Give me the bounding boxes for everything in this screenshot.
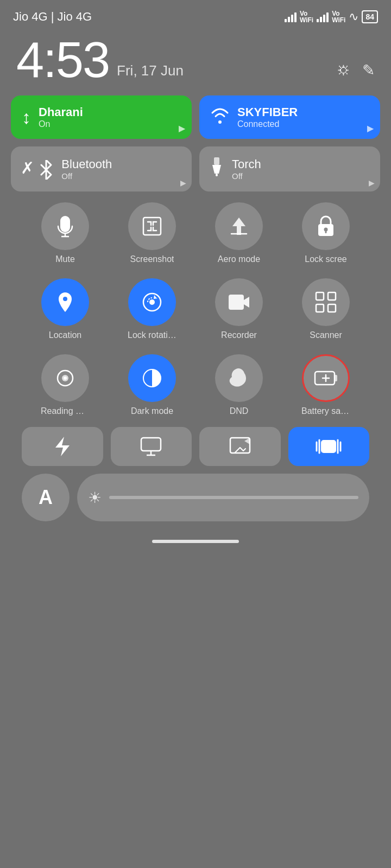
brightness-slider-inner: ☀: [88, 489, 358, 507]
torch-tile-title: Torch: [232, 157, 261, 171]
bluetooth-tile[interactable]: ✗ Bluetooth Off ▶: [11, 146, 192, 192]
wifi-tile-status: Connected: [237, 119, 298, 129]
torch-tile-arrow: ▶: [369, 178, 375, 187]
svg-point-8: [63, 297, 67, 301]
lockscreen-icon: [302, 202, 350, 250]
location-icon: [41, 278, 89, 326]
home-bar-line[interactable]: [152, 540, 239, 543]
battery-indicator: 84: [362, 10, 378, 23]
wifi-tile[interactable]: SKYFIBER Connected ▶: [199, 95, 380, 139]
vowifi-2: VoWiFi: [332, 10, 345, 23]
darkmode-label: Dark mode: [131, 406, 173, 416]
data-tile[interactable]: ↕ Dharani On ▶: [11, 95, 192, 139]
screenshot-cell[interactable]: Screenshot: [109, 202, 195, 264]
dnd-label: DND: [230, 406, 249, 416]
brightness-slider[interactable]: ☀: [77, 474, 369, 521]
readingmode-icon: [41, 354, 89, 402]
bluetooth-tile-status: Off: [61, 171, 112, 181]
svg-rect-1: [216, 174, 218, 176]
svg-rect-12: [328, 292, 336, 300]
torch-tile[interactable]: Torch Off ▶: [199, 146, 380, 192]
svg-rect-23: [141, 438, 161, 451]
quickcharge-tile[interactable]: [22, 427, 103, 466]
svg-rect-27: [321, 440, 336, 453]
recorder-icon: [215, 278, 263, 326]
lockscreen-cell[interactable]: Lock scree: [282, 202, 369, 264]
recorder-label: Recorder: [221, 330, 257, 340]
readingmode-cell[interactable]: Reading mode: [22, 354, 109, 416]
bluetooth-tile-arrow: ▶: [180, 178, 186, 187]
wifi-tile-icon: [210, 107, 230, 128]
svg-point-9: [149, 299, 155, 305]
mute-cell[interactable]: Mute: [22, 202, 109, 264]
lockscreen-label: Lock scree: [305, 254, 346, 264]
large-tiles-row: ↕ Dharani On ▶ SKYFIBER Connected ▶: [11, 95, 380, 139]
mute-label: Mute: [55, 254, 75, 264]
wifi-tile-title: SKYFIBER: [237, 105, 298, 119]
status-bar: Jio 4G | Jio 4G VoWiFi VoWiFi ∿ 84: [0, 0, 391, 29]
svg-rect-0: [214, 157, 219, 165]
lockrotation-icon: [128, 278, 176, 326]
bluetooth-tile-text: Bluetooth Off: [61, 157, 112, 181]
tiles-container: ↕ Dharani On ▶ SKYFIBER Connected ▶: [0, 95, 391, 521]
clock-section: 4:53 Fri, 17 Jun ⛭ ✎: [0, 29, 391, 95]
bluetooth-icon: ✗: [21, 158, 54, 179]
clock-action-icons: ⛭ ✎: [336, 61, 375, 79]
svg-point-17: [64, 376, 67, 380]
signal-bars-1: [285, 11, 297, 22]
location-cell[interactable]: Location: [22, 278, 109, 340]
font-icon: A: [39, 486, 53, 509]
data-tile-text: Dharani On: [39, 105, 83, 129]
location-label: Location: [49, 330, 82, 340]
clock-date: Fri, 17 Jun: [117, 62, 184, 79]
batterysaver-icon: [302, 354, 350, 402]
svg-rect-13: [316, 304, 324, 312]
vowifi-1: VoWiFi: [300, 10, 313, 23]
screencast-tile[interactable]: [199, 427, 281, 466]
bottom-tiles-row: [11, 427, 380, 466]
recorder-cell[interactable]: Recorder: [195, 278, 282, 340]
data-tile-title: Dharani: [39, 105, 83, 119]
vibration-tile[interactable]: [288, 427, 370, 466]
torch-tile-status: Off: [232, 171, 261, 181]
brightness-row: A ☀: [11, 466, 380, 521]
svg-rect-20: [335, 375, 337, 381]
scanner-icon: [302, 278, 350, 326]
dnd-cell[interactable]: DND: [195, 354, 282, 416]
settings-icon[interactable]: ⛭: [336, 61, 351, 79]
carrier-text: Jio 4G | Jio 4G: [13, 10, 92, 24]
home-bar: [0, 530, 391, 548]
darkmode-icon: [128, 354, 176, 402]
batterysaver-label: Battery saver: [301, 406, 350, 416]
clock-time: 4:53: [16, 35, 109, 85]
data-icon: ↕: [22, 107, 31, 128]
svg-rect-7: [325, 231, 327, 233]
icon-grid-row1: Mute Screenshot Aero mode: [11, 199, 380, 419]
wifi-tile-arrow: ▶: [367, 123, 374, 133]
torch-tile-text: Torch Off: [232, 157, 261, 181]
scanner-cell[interactable]: Scanner: [282, 278, 369, 340]
readingmode-label: Reading mode: [41, 406, 90, 416]
edit-icon[interactable]: ✎: [362, 61, 375, 79]
brightness-sun-icon: ☀: [88, 489, 102, 507]
scanner-label: Scanner: [310, 330, 342, 340]
svg-rect-11: [316, 292, 324, 300]
aeromode-cell[interactable]: Aero mode: [195, 202, 282, 264]
darkmode-cell[interactable]: Dark mode: [109, 354, 195, 416]
aeromode-icon: [215, 202, 263, 250]
data-tile-arrow: ▶: [179, 123, 185, 133]
torch-icon: [209, 157, 224, 181]
brightness-track: [109, 496, 358, 499]
lockrotation-cell[interactable]: Lock rotation: [109, 278, 195, 340]
batterysaver-cell[interactable]: Battery saver: [282, 354, 369, 416]
screenshot-icon: [128, 202, 176, 250]
medium-tiles-row: ✗ Bluetooth Off ▶ Torch O: [11, 146, 380, 192]
desktop-tile[interactable]: [111, 427, 192, 466]
status-icons: VoWiFi VoWiFi ∿ 84: [285, 10, 378, 24]
bluetooth-tile-title: Bluetooth: [61, 157, 112, 171]
dnd-icon: [215, 354, 263, 402]
mute-icon: [41, 202, 89, 250]
wifi-tile-text: SKYFIBER Connected: [237, 105, 298, 129]
svg-rect-14: [328, 304, 336, 312]
font-size-button[interactable]: A: [22, 474, 70, 521]
